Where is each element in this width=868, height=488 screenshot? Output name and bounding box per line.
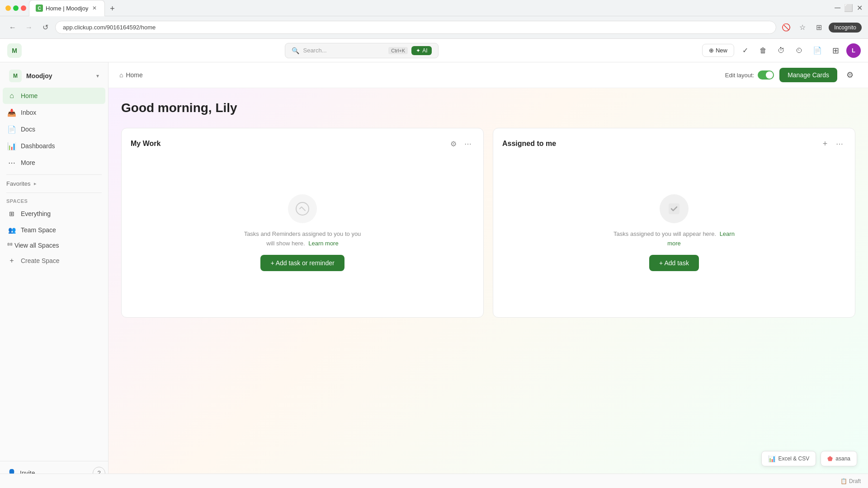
sidebar-item-more-label: More [21, 159, 35, 166]
my-work-card-title: My Work [131, 140, 160, 148]
sidebar: M Moodjoy ▾ ⌂ Home 📥 Inbox 📄 Docs [0, 62, 108, 488]
sidebar-item-create-space[interactable]: + Create Space [3, 253, 105, 269]
my-work-card: My Work ⚙ ⋯ [121, 128, 484, 318]
browser-actions: 🚫 ☆ ⊞ Incognito [780, 21, 862, 34]
time-icon[interactable]: ⏱ [774, 43, 788, 58]
top-bar: M 🔍 Search... Ctrl+K ✦ AI ⊕ New ✓ 🗑 ⏱ ⏲ … [0, 39, 868, 62]
svg-point-0 [296, 202, 309, 215]
new-button[interactable]: ⊕ New [702, 44, 734, 57]
hide-camera-icon[interactable]: 🚫 [780, 21, 793, 34]
breadcrumb-home-icon: ⌂ [119, 71, 123, 79]
user-avatar[interactable]: L [846, 43, 861, 58]
tab-title: Home | Moodjoy [46, 5, 88, 12]
home-icon: ⌂ [7, 91, 16, 100]
bookmark-icon[interactable]: ☆ [796, 21, 809, 34]
asana-import-btn[interactable]: ⬟ asana [821, 451, 857, 466]
timer-icon[interactable]: ⏲ [792, 43, 807, 58]
content-settings-icon[interactable]: ⚙ [843, 68, 857, 82]
new-tab-btn[interactable]: + [106, 3, 118, 15]
restore-window-btn[interactable]: ⬜ [844, 4, 853, 12]
search-placeholder: Search... [303, 47, 385, 54]
window-maximize[interactable] [13, 5, 19, 11]
add-task-or-reminder-button[interactable]: + Add task or reminder [260, 255, 344, 271]
top-bar-actions: ⊕ New ✓ 🗑 ⏱ ⏲ 📄 ⊞ L [702, 43, 861, 58]
assigned-to-me-empty-icon [660, 194, 689, 223]
close-window-btn[interactable]: ✕ [857, 4, 863, 12]
my-work-card-empty: Tasks and Reminders assigned to you to y… [131, 157, 474, 308]
team-space-icon: 👥 [7, 225, 16, 235]
docs-icon: 📄 [7, 125, 16, 134]
spaces-section: ⊞ Everything 👥 Team Space ⁸⁸ View all Sp… [0, 206, 108, 269]
add-task-button[interactable]: + Add task [649, 255, 699, 271]
address-bar[interactable]: app.clickup.com/9016164592/home [55, 21, 776, 34]
minimize-window-btn[interactable]: ─ [835, 3, 840, 13]
my-work-learn-more-link[interactable]: Learn more [308, 240, 338, 247]
active-tab[interactable]: C Home | Moodjoy ✕ [29, 0, 105, 16]
everything-icon: ⊞ [7, 209, 16, 218]
workspace-chevron-icon: ▾ [96, 73, 99, 79]
tab-favicon: C [36, 5, 43, 12]
import-section: 📊 Excel & CSV ⬟ asana [761, 451, 857, 466]
window-controls-right: ─ ⬜ ✕ [835, 3, 863, 13]
sidebar-item-team-space-label: Team Space [21, 226, 56, 234]
sidebar-item-home[interactable]: ⌂ Home [3, 88, 105, 104]
top-bar-search: 🔍 Search... Ctrl+K ✦ AI [27, 43, 697, 58]
tab-close-btn[interactable]: ✕ [91, 5, 98, 12]
sidebar-item-docs[interactable]: 📄 Docs [3, 121, 105, 137]
sidebar-divider-1 [6, 174, 102, 175]
browser-nav-bar: ← → ↺ app.clickup.com/9016164592/home 🚫 … [0, 16, 868, 39]
search-icon: 🔍 [292, 47, 299, 54]
excel-csv-import-btn[interactable]: 📊 Excel & CSV [761, 451, 816, 466]
my-work-card-actions: ⚙ ⋯ [447, 137, 474, 150]
sidebar-item-inbox-label: Inbox [21, 109, 36, 116]
workspace-icon: M [9, 70, 22, 82]
ai-star-icon: ✦ [416, 47, 420, 54]
draft-status[interactable]: 📋 Draft [840, 478, 861, 484]
favorites-section-header[interactable]: Favorites ▸ [0, 178, 108, 189]
content-area: ⌂ Home Edit layout: Manage Cards ⚙ Goo [108, 62, 868, 488]
search-box[interactable]: 🔍 Search... Ctrl+K ✦ AI [285, 43, 439, 58]
incognito-badge[interactable]: Incognito [829, 23, 862, 33]
delete-icon[interactable]: 🗑 [756, 43, 770, 58]
sidebar-item-team-space[interactable]: 👥 Team Space [3, 222, 105, 238]
main-layout: M Moodjoy ▾ ⌂ Home 📥 Inbox 📄 Docs [0, 62, 868, 488]
assigned-to-me-add-icon[interactable]: + [819, 137, 831, 150]
assigned-to-me-more-icon[interactable]: ⋯ [833, 137, 846, 150]
edit-layout-label: Edit layout: [725, 72, 754, 79]
breadcrumb: ⌂ Home [119, 71, 143, 79]
refresh-btn[interactable]: ↺ [39, 21, 52, 34]
assigned-to-me-card-empty: Tasks assigned to you will appear here. … [502, 157, 846, 308]
workspace-logo: M [7, 43, 22, 58]
grid-icon[interactable]: ⊞ [828, 43, 843, 58]
sidebar-item-docs-label: Docs [21, 126, 35, 133]
forward-btn[interactable]: → [23, 21, 35, 34]
layout-icon[interactable]: ⊞ [812, 21, 825, 34]
my-work-empty-icon [288, 194, 317, 223]
back-btn[interactable]: ← [6, 21, 19, 34]
my-work-more-icon[interactable]: ⋯ [462, 137, 474, 150]
workspace-selector[interactable]: M Moodjoy ▾ [3, 66, 105, 86]
sidebar-item-inbox[interactable]: 📥 Inbox [3, 104, 105, 121]
window-minimize[interactable] [5, 5, 11, 11]
excel-csv-label: Excel & CSV [778, 455, 810, 462]
manage-cards-button[interactable]: Manage Cards [779, 68, 837, 82]
sidebar-item-dashboards[interactable]: 📊 Dashboards [3, 138, 105, 154]
my-work-card-header: My Work ⚙ ⋯ [131, 137, 474, 150]
window-close[interactable] [21, 5, 26, 11]
view-all-spaces-label: ⁸⁸ View all Spaces [7, 242, 59, 249]
my-work-settings-icon[interactable]: ⚙ [447, 137, 460, 150]
check-icon[interactable]: ✓ [738, 43, 752, 58]
sidebar-item-dashboards-label: Dashboards [21, 142, 55, 150]
ai-badge[interactable]: ✦ AI [411, 46, 432, 55]
asana-label: asana [835, 455, 850, 462]
doc-icon[interactable]: 📄 [810, 43, 825, 58]
assigned-to-me-card-actions: + ⋯ [819, 137, 846, 150]
sidebar-item-more[interactable]: ⋯ More [3, 155, 105, 171]
sidebar-item-everything-label: Everything [21, 210, 51, 217]
sidebar-item-view-all-spaces[interactable]: ⁸⁸ View all Spaces [3, 238, 105, 253]
edit-layout-toggle[interactable] [758, 70, 774, 80]
sidebar-divider-2 [6, 192, 102, 193]
sidebar-item-everything[interactable]: ⊞ Everything [3, 206, 105, 222]
more-icon: ⋯ [7, 158, 16, 167]
sidebar-item-home-label: Home [21, 92, 38, 99]
